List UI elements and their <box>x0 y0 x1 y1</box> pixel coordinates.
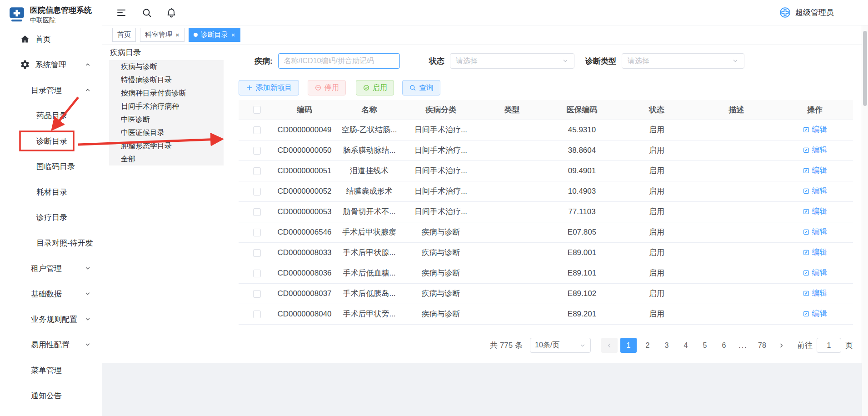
edit-button[interactable]: 编辑 <box>803 206 828 216</box>
edit-label: 编辑 <box>812 206 828 216</box>
catalog-list-item[interactable]: 按病种目录付费诊断 <box>109 86 224 100</box>
query-label: 查询 <box>419 83 434 93</box>
edit-button[interactable]: 编辑 <box>803 267 828 278</box>
table-body: CD0000000049空肠-乙状结肠...日间手术治疗...45.9310启用… <box>239 120 853 324</box>
cell-code: CD0000000053 <box>275 201 334 222</box>
row-checkbox[interactable] <box>253 126 261 134</box>
page-ellipsis[interactable]: ... <box>735 338 751 353</box>
sidebar-item-label: 首页 <box>35 34 51 45</box>
user-menu[interactable]: 超级管理员 <box>779 6 868 19</box>
scrollbar-thumb[interactable] <box>863 31 867 106</box>
chevron-down-icon <box>732 58 738 64</box>
sidebar-item-notice[interactable]: 通知公告 <box>0 383 102 408</box>
page-button-1[interactable]: 1 <box>620 338 637 353</box>
disable-button[interactable]: 停用 <box>308 80 346 95</box>
row-checkbox[interactable] <box>253 229 261 236</box>
add-item-button[interactable]: 添加新项目 <box>239 80 299 95</box>
sidebar-item-system-management[interactable]: 系统管理 <box>0 52 102 77</box>
tab-label: 科室管理 <box>145 30 172 39</box>
row-checkbox[interactable] <box>253 147 261 155</box>
page-button-2[interactable]: 2 <box>639 338 656 353</box>
sidebar-item-label: 租户管理 <box>31 263 62 274</box>
tab-科室管理[interactable]: 科室管理× <box>140 28 185 42</box>
disable-label: 停用 <box>324 83 339 93</box>
sidebar-item-drug-catalog[interactable]: 药品目录 <box>0 103 102 128</box>
enable-button[interactable]: 启用 <box>356 80 394 95</box>
row-checkbox[interactable] <box>253 270 261 277</box>
page-button-3[interactable]: 3 <box>658 338 675 353</box>
column-header: 操作 <box>777 100 853 120</box>
edit-button[interactable]: 编辑 <box>803 226 828 237</box>
sidebar-item-home[interactable]: 首页 <box>0 26 102 52</box>
row-checkbox[interactable] <box>253 188 261 195</box>
edit-button[interactable]: 编辑 <box>803 185 828 196</box>
page-button-5[interactable]: 5 <box>697 338 713 353</box>
cell-code: CD0000008040 <box>275 304 334 324</box>
catalog-list-item[interactable]: 全部 <box>109 152 224 165</box>
chevron-down-icon <box>85 240 91 246</box>
catalog-list-item[interactable]: 日间手术治疗病种 <box>109 100 224 113</box>
sidebar-item-menu-management[interactable]: 菜单管理 <box>0 357 102 383</box>
row-checkbox[interactable] <box>253 208 261 216</box>
disease-search-input[interactable] <box>278 53 400 69</box>
sidebar-item-catalog-compare[interactable]: 目录对照-待开发 <box>0 230 102 256</box>
goto-page-input[interactable] <box>817 338 841 353</box>
vertical-scrollbar[interactable] <box>862 25 868 416</box>
cell-desc <box>696 222 777 242</box>
catalog-list-item[interactable]: 特慢病诊断目录 <box>109 73 224 86</box>
edit-button[interactable]: 编辑 <box>803 145 828 155</box>
row-checkbox[interactable] <box>253 249 261 257</box>
sidebar-item-label: 诊断目录 <box>36 136 67 146</box>
cell-name: 手术后甲状旁... <box>334 304 404 324</box>
status-select[interactable]: 请选择 <box>450 53 574 69</box>
catalog-list-item[interactable]: 肿瘤形态学目录 <box>109 139 224 152</box>
page-size-select[interactable]: 10条/页 <box>530 338 591 353</box>
sidebar-item-consumable-catalog[interactable]: 耗材目录 <box>0 179 102 205</box>
next-page-button[interactable] <box>773 338 789 353</box>
page-button-4[interactable]: 4 <box>678 338 694 353</box>
search-icon[interactable] <box>141 7 152 18</box>
sidebar-item-diagnosis-catalog[interactable]: 诊断目录 <box>0 128 102 154</box>
add-item-label: 添加新项目 <box>256 83 292 93</box>
table-row: CD0000000049空肠-乙状结肠...日间手术治疗...45.9310启用… <box>239 120 853 140</box>
sidebar-item-label: 系统管理 <box>35 60 66 70</box>
page-button-78[interactable]: 78 <box>754 338 770 353</box>
tab-诊断目录[interactable]: 诊断目录× <box>189 28 240 42</box>
edit-button[interactable]: 编辑 <box>803 165 828 175</box>
sidebar-item-national-code-catalog[interactable]: 国临码目录 <box>0 154 102 179</box>
tab-首页[interactable]: 首页 <box>112 28 136 42</box>
bell-icon[interactable] <box>166 7 177 18</box>
catalog-list-item[interactable]: 中医诊断 <box>109 113 224 126</box>
filter-row: 疾病: 状态 请选择 诊断类型 请选择 <box>102 53 868 69</box>
close-tab-icon[interactable]: × <box>231 31 235 38</box>
cell-type <box>477 160 547 181</box>
row-checkbox[interactable] <box>253 167 261 175</box>
chevron-down-icon <box>85 265 91 271</box>
diagnosis-type-select[interactable]: 请选择 <box>622 53 744 69</box>
edit-label: 编辑 <box>812 185 828 196</box>
cell-type <box>477 263 547 283</box>
sidebar-item-tenant-management[interactable]: 租户管理 <box>0 256 102 281</box>
edit-button[interactable]: 编辑 <box>803 288 828 298</box>
edit-button[interactable]: 编辑 <box>803 124 828 135</box>
sidebar-item-label: 基础数据 <box>31 289 62 299</box>
select-all-checkbox[interactable] <box>253 106 261 114</box>
sidebar-item-basic-data[interactable]: 基础数据 <box>0 281 102 306</box>
page-button-6[interactable]: 6 <box>716 338 732 353</box>
menu-fold-icon[interactable] <box>116 7 127 18</box>
sidebar-item-treatment-catalog[interactable]: 诊疗目录 <box>0 205 102 230</box>
sidebar-item-business-rules[interactable]: 业务规则配置 <box>0 306 102 332</box>
catalog-list-item[interactable]: 中医证候目录 <box>109 126 224 139</box>
edit-label: 编辑 <box>812 145 828 155</box>
close-tab-icon[interactable]: × <box>175 31 180 38</box>
query-button[interactable]: 查询 <box>402 80 440 95</box>
cell-category: 疾病与诊断 <box>404 263 477 283</box>
prev-page-button[interactable] <box>601 338 618 353</box>
sidebar-item-usability-config[interactable]: 易用性配置 <box>0 332 102 357</box>
edit-button[interactable]: 编辑 <box>803 247 828 257</box>
row-checkbox[interactable] <box>253 290 261 298</box>
table-row: CD0000008040手术后甲状旁...疾病与诊断E89.201启用编辑 <box>239 304 853 324</box>
row-checkbox[interactable] <box>253 311 261 318</box>
sidebar-item-catalog-management[interactable]: 目录管理 <box>0 77 102 103</box>
edit-button[interactable]: 编辑 <box>803 308 828 319</box>
